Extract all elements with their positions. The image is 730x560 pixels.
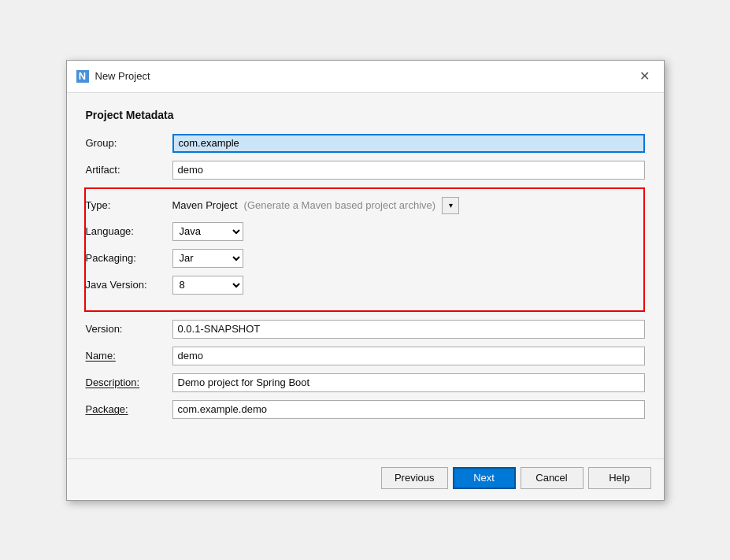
- name-input[interactable]: [172, 347, 645, 365]
- group-row: Group:: [86, 134, 645, 153]
- section-title: Project Metadata: [86, 109, 645, 121]
- artifact-row: Artifact:: [86, 161, 645, 180]
- version-row: Version:: [86, 320, 645, 339]
- title-bar: N New Project ✕: [67, 61, 664, 93]
- packaging-row: Packaging: Jar War: [86, 249, 636, 268]
- artifact-input[interactable]: [172, 161, 645, 180]
- close-button[interactable]: ✕: [636, 67, 654, 86]
- java-version-row: Java Version: 8 11 17: [86, 276, 636, 295]
- version-label: Version:: [86, 323, 172, 335]
- previous-button[interactable]: Previous: [381, 467, 448, 489]
- language-select[interactable]: Java Kotlin Groovy: [172, 222, 243, 241]
- new-project-dialog: N New Project ✕ Project Metadata Group: …: [66, 60, 665, 501]
- group-input[interactable]: [172, 134, 645, 153]
- type-label: Type:: [86, 199, 172, 211]
- dialog-body: Project Metadata Group: Artifact: Type: …: [67, 93, 664, 458]
- type-hint: (Generate a Maven based project archive): [244, 199, 436, 211]
- highlighted-section: Type: Maven Project (Generate a Maven ba…: [84, 187, 645, 312]
- dialog-icon: N: [76, 70, 89, 83]
- type-row: Type: Maven Project (Generate a Maven ba…: [86, 197, 636, 214]
- dialog-title: New Project: [95, 70, 150, 82]
- help-button[interactable]: Help: [588, 467, 651, 489]
- type-value: Maven Project: [172, 199, 238, 211]
- language-label: Language:: [86, 225, 172, 237]
- type-field: Maven Project (Generate a Maven based pr…: [172, 197, 460, 214]
- description-input[interactable]: [172, 373, 645, 392]
- group-label: Group:: [86, 137, 172, 149]
- version-input[interactable]: [172, 320, 645, 339]
- artifact-label: Artifact:: [86, 164, 172, 176]
- name-label: Name:: [86, 350, 172, 362]
- package-row: Package:: [86, 400, 645, 419]
- language-row: Language: Java Kotlin Groovy: [86, 222, 636, 241]
- next-button[interactable]: Next: [453, 467, 516, 489]
- dialog-footer: Previous Next Cancel Help: [67, 458, 664, 500]
- packaging-label: Packaging:: [86, 252, 172, 264]
- package-label: Package:: [86, 403, 172, 415]
- title-bar-left: N New Project: [76, 70, 150, 83]
- packaging-select[interactable]: Jar War: [172, 249, 243, 268]
- java-version-label: Java Version:: [86, 279, 172, 291]
- package-input[interactable]: [172, 400, 645, 419]
- description-row: Description:: [86, 373, 645, 392]
- description-label: Description:: [86, 376, 172, 388]
- name-row: Name:: [86, 347, 645, 365]
- cancel-button[interactable]: Cancel: [521, 467, 584, 489]
- type-dropdown-button[interactable]: ▾: [442, 197, 459, 214]
- java-version-select[interactable]: 8 11 17: [172, 276, 243, 295]
